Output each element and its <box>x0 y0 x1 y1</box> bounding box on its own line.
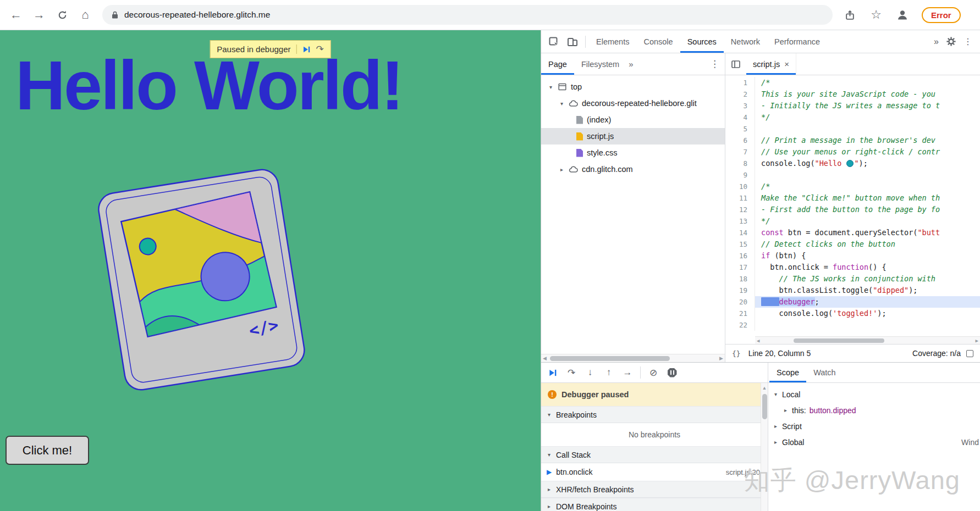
code-line-16[interactable]: 16if (btn) { <box>725 250 980 262</box>
code-line-3[interactable]: 3- Initially the JS writes a message to … <box>725 100 980 112</box>
overlay-step-over-icon[interactable]: ↷ <box>316 43 324 55</box>
code-line-2[interactable]: 2This is your site JavaScript code - you <box>725 88 980 100</box>
code-line-13[interactable]: 13*/ <box>725 215 980 227</box>
code-line-19[interactable]: 19 btn.classList.toggle("dipped"); <box>725 285 980 296</box>
devtools-menu-kebab-icon[interactable]: ⋮ <box>964 36 972 47</box>
gutter-line-number[interactable]: 18 <box>725 273 755 285</box>
address-bar[interactable]: decorous-repeated-hellebore.glitch.me <box>102 5 833 25</box>
expand-icon[interactable]: ▸ <box>546 486 552 492</box>
gutter-line-number[interactable]: 5 <box>725 123 755 135</box>
breakpoints-section-header[interactable]: ▾ Breakpoints <box>541 406 768 423</box>
scope-script-row[interactable]: ▸ Script <box>768 418 980 434</box>
overlay-resume-icon[interactable] <box>302 46 311 53</box>
gutter-line-number[interactable]: 16 <box>725 250 755 262</box>
collapse-icon[interactable]: ▾ <box>546 452 552 458</box>
devtools-tab-sources[interactable]: Sources <box>680 30 724 53</box>
tree-item-origin[interactable]: ▾ decorous-repeated-hellebore.glit <box>541 95 725 112</box>
sources-tab-page[interactable]: Page <box>541 53 574 75</box>
gutter-line-number[interactable]: 22 <box>725 319 755 331</box>
pause-on-exceptions-button[interactable] <box>663 368 681 377</box>
pretty-print-icon[interactable]: {} <box>732 349 741 358</box>
code-line-7[interactable]: 7// Use your menus or right-click / cont… <box>725 146 980 158</box>
code-line-9[interactable]: 9 <box>725 169 980 181</box>
code-line-14[interactable]: 14const btn = document.querySelector("bu… <box>725 227 980 238</box>
expand-icon[interactable]: ▸ <box>546 503 552 509</box>
gutter-line-number[interactable]: 1 <box>725 77 755 88</box>
editor-tab-scriptjs[interactable]: script.js × <box>746 53 796 75</box>
editor-horizontal-scrollbar[interactable]: ◀ ▶ <box>755 336 980 344</box>
step-into-button[interactable]: ↓ <box>581 367 599 378</box>
devtools-tab-network[interactable]: Network <box>724 30 767 53</box>
gutter-line-number[interactable]: 17 <box>725 262 755 273</box>
gutter-line-number[interactable]: 9 <box>725 169 755 181</box>
scrollbar-thumb[interactable] <box>550 356 670 361</box>
step-button[interactable]: → <box>618 367 637 378</box>
step-over-button[interactable]: ↷ <box>562 367 581 379</box>
expand-icon[interactable]: ▸ <box>773 439 779 445</box>
code-line-6[interactable]: 6// Print a message in the browser's dev <box>725 135 980 146</box>
devtools-tab-performance[interactable]: Performance <box>767 30 827 53</box>
bookmark-star-icon[interactable]: ☆ <box>866 4 887 25</box>
error-extension-button[interactable]: Error <box>922 7 961 23</box>
navigator-toggle-icon[interactable] <box>725 59 746 69</box>
settings-gear-icon[interactable] <box>946 36 956 47</box>
gutter-line-number[interactable]: 21 <box>725 308 755 319</box>
gutter-line-number[interactable]: 10 <box>725 181 755 192</box>
gutter-line-number[interactable]: 8 <box>725 158 755 169</box>
sidebar-more-tabs-icon[interactable]: » <box>626 59 635 69</box>
more-tabs-icon[interactable]: » <box>934 37 939 47</box>
gutter-line-number[interactable]: 7 <box>725 146 755 158</box>
code-line-5[interactable]: 5 <box>725 123 980 135</box>
gutter-line-number[interactable]: 11 <box>725 192 755 204</box>
scroll-left-icon[interactable]: ◀ <box>757 338 759 343</box>
back-icon[interactable]: ← <box>5 4 26 25</box>
code-line-4[interactable]: 4*/ <box>725 112 980 123</box>
inspect-element-icon[interactable] <box>544 36 563 47</box>
click-me-button[interactable]: Click me! <box>5 436 89 465</box>
code-line-8[interactable]: 8console.log("Hello "); <box>725 158 980 169</box>
scroll-left-icon[interactable]: ◀ <box>543 356 547 361</box>
collapse-icon[interactable]: ▾ <box>559 101 565 107</box>
resume-script-button[interactable] <box>543 369 562 377</box>
code-line-11[interactable]: 11Make the "Click me!" button move when … <box>725 192 980 204</box>
gutter-line-number[interactable]: 19 <box>725 285 755 296</box>
code-line-20[interactable]: 20 debugger; <box>725 296 980 308</box>
share-icon[interactable] <box>839 4 860 25</box>
code-line-17[interactable]: 17 btn.onclick = function() { <box>725 262 980 273</box>
drawer-icon[interactable] <box>966 350 973 357</box>
expand-icon[interactable]: ▸ <box>783 407 789 413</box>
gutter-line-number[interactable]: 14 <box>725 227 755 238</box>
call-stack-frame[interactable]: ▶ btn.onclick script.js:20 <box>541 463 768 481</box>
home-icon[interactable]: ⌂ <box>75 4 96 25</box>
gutter-line-number[interactable]: 12 <box>725 204 755 215</box>
code-line-1[interactable]: 1/* <box>725 77 980 88</box>
forward-icon[interactable]: → <box>29 4 49 25</box>
gutter-line-number[interactable]: 3 <box>725 100 755 112</box>
profile-avatar-icon[interactable] <box>892 4 913 25</box>
collapse-icon[interactable]: ▾ <box>773 391 779 397</box>
code-line-15[interactable]: 15// Detect clicks on the button <box>725 238 980 250</box>
scrollbar-thumb[interactable] <box>794 338 884 343</box>
sidebar-tab-scope[interactable]: Scope <box>769 363 806 382</box>
xhr-breakpoints-section-header[interactable]: ▸ XHR/fetch Breakpoints <box>541 481 768 498</box>
gutter-line-number[interactable]: 13 <box>725 215 755 227</box>
call-stack-section-header[interactable]: ▾ Call Stack <box>541 446 768 463</box>
scroll-up-icon[interactable]: ▲ <box>762 385 767 391</box>
code-line-18[interactable]: 18 // The JS works in conjunction with <box>725 273 980 285</box>
gutter-line-number[interactable]: 6 <box>725 135 755 146</box>
code-line-10[interactable]: 10/* <box>725 181 980 192</box>
sources-tab-filesystem[interactable]: Filesystem <box>574 53 626 75</box>
collapse-icon[interactable]: ▾ <box>548 84 554 90</box>
tree-item-scriptjs[interactable]: script.js <box>541 128 725 145</box>
code-area[interactable]: 1/*2This is your site JavaScript code - … <box>725 75 980 344</box>
gutter-line-number[interactable]: 4 <box>725 112 755 123</box>
reload-icon[interactable] <box>52 4 73 25</box>
device-toolbar-icon[interactable] <box>563 36 582 47</box>
tree-item-cdn[interactable]: ▸ cdn.glitch.com <box>541 161 725 177</box>
code-line-21[interactable]: 21 console.log('toggled!'); <box>725 308 980 319</box>
dom-breakpoints-section-header[interactable]: ▸ DOM Breakpoints <box>541 498 768 511</box>
gutter-line-number[interactable]: 20 <box>725 296 755 308</box>
sidebar-tab-watch[interactable]: Watch <box>806 363 843 382</box>
close-tab-icon[interactable]: × <box>784 59 789 69</box>
expand-icon[interactable]: ▸ <box>773 423 779 429</box>
